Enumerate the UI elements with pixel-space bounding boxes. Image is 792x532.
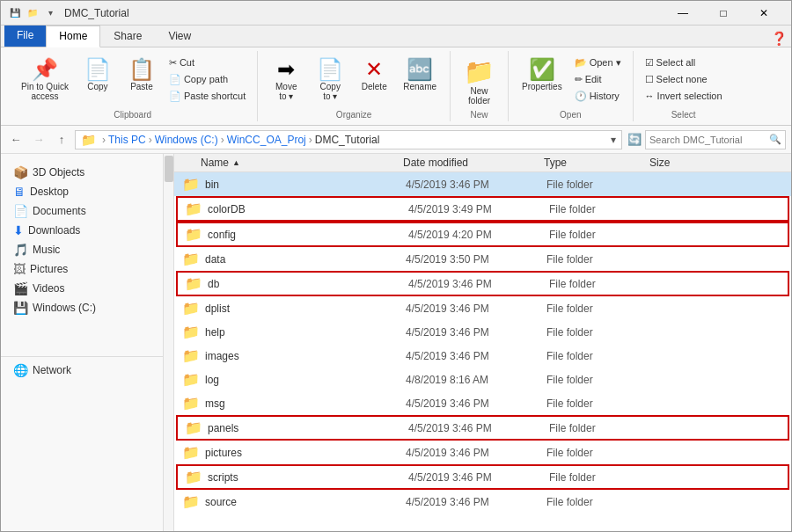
move-to-label: Moveto ▾ (275, 82, 297, 101)
sidebar-label-pictures: Pictures (30, 263, 68, 275)
paste-button[interactable]: 📋 Paste (121, 55, 163, 94)
minimize-button[interactable]: — (663, 1, 703, 26)
sidebar-item-3d-objects[interactable]: 📦 3D Objects (1, 163, 163, 182)
select-none-button[interactable]: ☐ Select none (641, 71, 727, 87)
file-name: images (205, 350, 406, 362)
table-row[interactable]: 📁 images 4/5/2019 3:46 PM File folder (174, 344, 791, 368)
copy-to-button[interactable]: 📄 Copyto ▾ (309, 55, 351, 104)
edit-button[interactable]: ✏ Edit (570, 71, 626, 87)
file-date: 4/5/2019 3:46 PM (406, 179, 546, 191)
file-name: db (208, 278, 408, 290)
select-all-button[interactable]: ☑ Select all (641, 55, 727, 70)
history-button[interactable]: 🕐 History (570, 88, 626, 104)
table-row[interactable]: 📁 db 4/5/2019 3:46 PM File folder (176, 271, 789, 296)
refresh-button[interactable]: 🔄 (627, 133, 642, 146)
table-row[interactable]: 📁 bin 4/5/2019 3:46 PM File folder (174, 172, 791, 196)
open-label: Open ▾ (590, 57, 621, 69)
sidebar-label-network: Network (33, 364, 71, 376)
paste-label: Paste (130, 82, 153, 91)
breadcrumb-windows-c[interactable]: Windows (C:) (155, 134, 218, 146)
folder-icon: 📁 (185, 469, 202, 485)
pin-label: Pin to Quickaccess (21, 82, 69, 101)
forward-button[interactable]: → (29, 130, 48, 149)
cut-button[interactable]: ✂ Cut (165, 55, 250, 70)
tab-home[interactable]: Home (46, 26, 100, 47)
new-label: New (458, 108, 501, 121)
delete-button[interactable]: ✕ Delete (353, 55, 395, 94)
sidebar-item-desktop[interactable]: 🖥 Desktop (1, 182, 163, 201)
ribbon: File Home Share View ❓ 📌 Pin to Quickacc… (1, 26, 791, 126)
file-date: 4/5/2019 3:46 PM (408, 471, 549, 484)
breadcrumb-this-pc[interactable]: This PC (108, 134, 146, 146)
pin-button[interactable]: 📌 Pin to Quickaccess (15, 55, 75, 104)
table-row[interactable]: 📁 log 4/8/2019 8:16 AM File folder (174, 368, 791, 391)
table-row[interactable]: 📁 scripts 4/5/2019 3:46 PM File folder (176, 464, 789, 490)
table-row[interactable]: 📁 msg 4/5/2019 3:46 PM File folder (174, 391, 791, 415)
rename-icon: 🔤 (407, 57, 433, 82)
up-button[interactable]: ↑ (52, 130, 71, 149)
breadcrumb-dropdown-icon[interactable]: ▾ (611, 134, 616, 146)
paste-icon: 📋 (128, 57, 155, 82)
paste-shortcut-button[interactable]: 📄 Paste shortcut (165, 88, 250, 104)
rename-button[interactable]: 🔤 Rename (397, 55, 443, 94)
invert-selection-icon: ↔ (645, 91, 655, 101)
search-bar[interactable]: 🔍 (645, 130, 786, 149)
file-type: File folder (546, 253, 652, 266)
search-input[interactable] (649, 135, 769, 145)
new-folder-label: Newfolder (468, 86, 490, 106)
tab-share[interactable]: Share (100, 26, 155, 47)
col-name-header[interactable]: Name ▲ (174, 157, 403, 169)
table-row[interactable]: 📁 dplist 4/5/2019 3:46 PM File folder (174, 296, 791, 320)
file-name: scripts (208, 471, 408, 484)
folder-icon: 📁 (182, 324, 200, 340)
breadcrumb-wincc[interactable]: WinCC_OA_Proj (227, 134, 306, 146)
table-row[interactable]: 📁 help 4/5/2019 3:46 PM File folder (174, 320, 791, 344)
table-row[interactable]: 📁 pictures 4/5/2019 3:46 PM File folder (174, 441, 791, 464)
folder-icon: 📁 (185, 419, 202, 436)
sidebar-item-downloads[interactable]: ⬇ Downloads (1, 221, 163, 240)
col-size-header[interactable]: Size (649, 157, 720, 169)
clipboard-group: 📌 Pin to Quickaccess 📄 Copy 📋 Paste ✂ (8, 51, 258, 121)
main-content: 📦 3D Objects 🖥 Desktop 📄 Documents ⬇ Dow… (1, 154, 791, 532)
file-name: msg (205, 397, 406, 410)
back-button[interactable]: ← (6, 130, 26, 149)
title-bar-icons: 💾 📁 ▾ (8, 6, 57, 20)
sidebar-scrollbar[interactable]: ▾ (164, 154, 174, 532)
copy-large-button[interactable]: 📄 Copy (77, 55, 119, 94)
table-row[interactable]: 📁 colorDB 4/5/2019 3:49 PM File folder (176, 196, 789, 222)
maximize-button[interactable]: □ (703, 1, 744, 26)
move-to-button[interactable]: ➡ Moveto ▾ (265, 55, 307, 104)
title-bar: 💾 📁 ▾ DMC_Tutorial — □ ✕ (1, 1, 791, 26)
table-row[interactable]: 📁 panels 4/5/2019 3:46 PM File folder (176, 415, 789, 441)
sidebar-item-windows-c[interactable]: 💾 Windows (C:) (1, 298, 163, 317)
network-icon: 🌐 (13, 363, 28, 377)
sidebar-item-network[interactable]: 🌐 Network (1, 361, 163, 380)
invert-selection-button[interactable]: ↔ Invert selection (641, 88, 727, 104)
col-date-header[interactable]: Date modified (403, 157, 544, 169)
close-button[interactable]: ✕ (744, 1, 784, 26)
properties-button[interactable]: ✅ Properties (516, 55, 568, 94)
invert-selection-label: Invert selection (657, 91, 722, 101)
sidebar-item-pictures[interactable]: 🖼 Pictures (1, 259, 163, 279)
file-date: 4/5/2019 3:50 PM (406, 253, 546, 266)
open-icon: 📂 (575, 57, 587, 69)
table-row[interactable]: 📁 source 4/5/2019 3:46 PM File folder (174, 490, 791, 514)
sidebar-item-documents[interactable]: 📄 Documents (1, 201, 163, 221)
sidebar-item-music[interactable]: 🎵 Music (1, 240, 163, 259)
copy-path-button[interactable]: 📄 Copy path (165, 71, 250, 87)
new-folder-button[interactable]: 📁 Newfolder (458, 55, 501, 108)
copy-icon: 📄 (84, 57, 111, 82)
tab-view[interactable]: View (155, 26, 204, 47)
folder-icon: 📁 (185, 226, 202, 243)
sidebar: 📦 3D Objects 🖥 Desktop 📄 Documents ⬇ Dow… (1, 154, 164, 532)
sidebar-item-videos[interactable]: 🎬 Videos (1, 279, 163, 298)
table-row[interactable]: 📁 config 4/5/2019 4:20 PM File folder (176, 222, 789, 247)
documents-icon: 📄 (13, 204, 28, 218)
col-type-header[interactable]: Type (544, 157, 649, 169)
sidebar-scrollbar-thumb (165, 156, 173, 182)
window-title: DMC_Tutorial (64, 7, 663, 19)
tab-file[interactable]: File (4, 26, 46, 47)
help-icon[interactable]: ❓ (771, 31, 788, 47)
table-row[interactable]: 📁 data 4/5/2019 3:50 PM File folder (174, 247, 791, 271)
open-button[interactable]: 📂 Open ▾ (570, 55, 626, 70)
